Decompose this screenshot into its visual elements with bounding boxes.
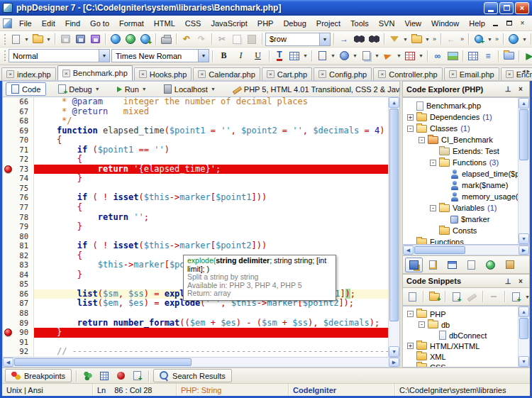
toolbar-grip[interactable] [4, 34, 6, 45]
tab-project[interactable] [443, 258, 461, 272]
scrollbar-thumb[interactable] [389, 109, 399, 321]
expand-icon[interactable]: + [407, 114, 414, 121]
insert-table-button[interactable] [466, 49, 480, 63]
file-tab-cart.php[interactable]: ×Cart.php [262, 67, 312, 80]
debug-button[interactable]: Debug ▼ [53, 82, 104, 96]
gutter[interactable]: 92 [3, 347, 34, 357]
new-file-button[interactable] [9, 32, 23, 46]
menu-debug[interactable]: Debug [278, 16, 311, 31]
new-file-dropdown[interactable]: ▼ [23, 32, 30, 46]
gutter[interactable]: 81 [3, 241, 34, 251]
code-editor[interactable]: 66 * @param integer the number of decima… [2, 97, 400, 357]
menu-find[interactable]: Find [60, 16, 85, 31]
scrollbar-thumb[interactable] [14, 358, 192, 366]
tree-item-css[interactable]: CSS [404, 362, 529, 367]
scroll-right-icon[interactable]: ▶ [519, 245, 529, 255]
debug-watch-button[interactable] [81, 369, 95, 383]
gutter[interactable]: 77 [3, 203, 34, 213]
toolbar-grip[interactable] [4, 50, 6, 61]
editor-vertical-scrollbar[interactable]: ▲ ▼ [388, 97, 399, 357]
tab-close-icon[interactable]: × [139, 70, 147, 78]
export-doc-dropdown[interactable]: ▼ [330, 49, 336, 63]
open-file-button[interactable] [31, 32, 45, 46]
collapse-icon[interactable]: - [419, 321, 425, 328]
export-snippet-dropdown[interactable]: ▼ [524, 289, 530, 304]
breakpoint-icon[interactable] [4, 165, 12, 173]
file-tab-hooks.php[interactable]: ×Hooks.php [134, 67, 192, 80]
scroll-up-icon[interactable]: ▲ [519, 306, 529, 317]
gutter[interactable]: 85 [3, 280, 34, 289]
menu-project[interactable]: Project [311, 16, 345, 31]
gutter[interactable]: 88 [3, 309, 34, 319]
scroll-up-icon[interactable]: ▲ [389, 97, 399, 108]
paste-button[interactable] [245, 32, 259, 46]
tab-close-icon[interactable]: × [6, 70, 14, 78]
expand-icon[interactable]: + [407, 343, 414, 349]
chevron-down-icon[interactable]: ▼ [95, 87, 100, 92]
undo-button[interactable]: ↶ [179, 32, 194, 46]
debugger-button[interactable] [113, 369, 128, 383]
save-button[interactable] [58, 32, 72, 46]
minimize-button[interactable] [484, 2, 498, 14]
tab-help[interactable] [501, 258, 519, 272]
pin-icon[interactable]: ⊥ [503, 277, 513, 286]
publish-button[interactable] [472, 32, 486, 46]
tree-item-elapsed_time-$poin[interactable]: elapsed_time($poin [404, 168, 529, 179]
tree-item-dbconnect[interactable]: dbConnect [404, 330, 529, 341]
server-selector[interactable]: Localhost ▼ [159, 82, 221, 96]
history-dropdown[interactable]: ▼ [352, 49, 358, 63]
gutter[interactable]: 78 [3, 213, 34, 223]
preview-browser2-button[interactable] [123, 32, 138, 46]
menu-window[interactable]: Window [426, 16, 464, 31]
gutter[interactable]: 83 [3, 260, 34, 270]
browse-folder-button[interactable] [501, 49, 516, 63]
export-snippet-button[interactable] [509, 289, 523, 304]
gutter[interactable]: 90 [3, 328, 34, 338]
find-button[interactable] [352, 32, 366, 46]
explorer-horizontal-scrollbar[interactable]: ◀ ▶ [402, 245, 530, 255]
gutter[interactable]: 91 [3, 338, 34, 348]
tree-item-db[interactable]: -db [404, 319, 529, 330]
collapse-icon[interactable]: - [430, 205, 436, 211]
file-tab-email.php[interactable]: ×Email.php [444, 67, 499, 80]
chevron-down-icon[interactable]: ▼ [211, 87, 216, 92]
history-button[interactable] [337, 49, 351, 63]
filter-folder-button[interactable] [409, 32, 423, 46]
gutter[interactable]: 71 [3, 145, 34, 155]
code-snippets-header[interactable]: Code Snippets ⊥ × [402, 274, 530, 288]
italic-button[interactable]: I [233, 49, 249, 63]
tree-item-mark-$name-[interactable]: mark($name) [404, 179, 529, 191]
tree-item-variables[interactable]: -Variables(1) [404, 202, 529, 214]
code-view-button[interactable]: Code [6, 82, 46, 96]
tree-item-functions[interactable]: Functions [404, 236, 529, 245]
edit-snippet-button[interactable] [465, 289, 479, 304]
collapse-icon[interactable]: - [407, 311, 414, 317]
gutter[interactable]: 84 [3, 270, 34, 280]
gutter[interactable]: 67 [3, 107, 34, 117]
menu-help[interactable]: Help [464, 16, 490, 31]
scroll-right-icon[interactable]: ▶ [389, 358, 399, 367]
font-color-button[interactable]: T [272, 49, 287, 63]
explorer-vertical-scrollbar[interactable]: ▲ ▼ [518, 98, 529, 244]
tree-item-xml[interactable]: XML [404, 351, 529, 362]
tree-item-html-xhtml[interactable]: +HTML/XHTML [404, 341, 529, 351]
insert-arrow-dropdown[interactable]: ▼ [396, 49, 402, 63]
chevron-down-icon[interactable]: ▼ [99, 50, 109, 62]
scroll-up-icon[interactable]: ▲ [519, 98, 529, 109]
gutter[interactable]: 75 [3, 184, 34, 194]
menu-svn[interactable]: SVN [374, 16, 400, 31]
tab-todo[interactable] [424, 258, 442, 272]
grid-red-button[interactable] [403, 49, 417, 63]
tab-close-icon[interactable]: × [62, 70, 70, 77]
highlight-dropdown[interactable]: ▼ [302, 49, 309, 63]
tree-item-functions[interactable]: -Functions(3) [404, 157, 529, 168]
preview-browser-button[interactable] [109, 32, 123, 46]
tree-item-extends-test[interactable]: Extends: Test [404, 145, 529, 157]
tab-close-icon[interactable]: × [506, 70, 514, 78]
snippets-vertical-scrollbar[interactable]: ▲ ▼ [518, 306, 529, 367]
search-results-tab[interactable]: Search Results [153, 369, 232, 382]
gutter[interactable]: 89 [3, 319, 34, 328]
filter-button[interactable] [387, 32, 401, 46]
grid-red-dropdown[interactable]: ▼ [418, 49, 424, 63]
insert-image-button[interactable] [445, 49, 460, 63]
